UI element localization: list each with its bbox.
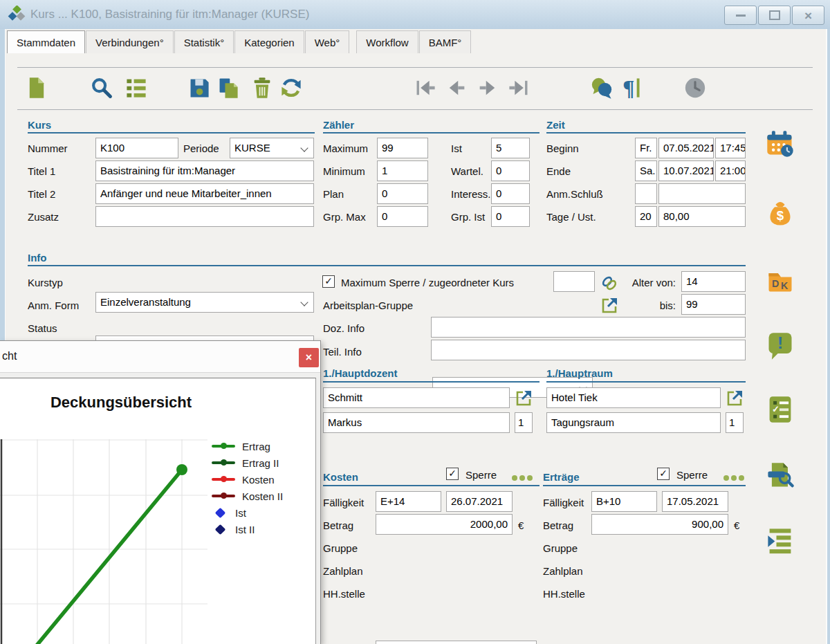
window-title: Kurs ... K100, Basistraining für itm:Man… — [30, 8, 309, 21]
periode-select[interactable]: KURSE — [230, 138, 314, 158]
chat-icon[interactable] — [590, 76, 614, 100]
titel1-input[interactable]: Basistraining für itm:Manager — [95, 160, 314, 181]
list-icon[interactable] — [124, 76, 148, 100]
open-external-icon[interactable] — [515, 389, 533, 407]
minimize-button[interactable] — [724, 6, 757, 25]
raum-typ-input[interactable]: Tagungsraum — [546, 412, 721, 433]
open-external-icon[interactable] — [600, 296, 618, 314]
maximize-button[interactable] — [758, 6, 791, 25]
alter-von-input[interactable]: 14 — [681, 271, 746, 292]
teil-info-input[interactable] — [431, 340, 746, 360]
section-zeit-rule — [546, 132, 746, 134]
open-external-icon[interactable] — [726, 389, 744, 407]
anm-schluss-day-input[interactable] — [635, 183, 657, 204]
plan-input[interactable]: 0 — [377, 183, 428, 204]
ust-input[interactable]: 80,00 — [658, 206, 746, 227]
nav-prev-icon[interactable] — [445, 76, 468, 100]
dozent-name-input[interactable]: Schmitt — [323, 387, 510, 408]
ende-day-input[interactable]: Sa. — [635, 160, 657, 181]
alter-bis-input[interactable]: 99 — [681, 294, 746, 315]
calendar-clock-icon[interactable] — [765, 129, 795, 159]
legend-item: Ist — [212, 504, 283, 521]
tab-workflow[interactable]: Workflow — [356, 30, 418, 53]
anm-schluss-date-input[interactable] — [658, 183, 746, 204]
tab-bamf[interactable]: BAMF° — [419, 30, 472, 53]
kosten-faelligkeit-code-input[interactable]: E+14 — [376, 491, 441, 512]
tab-statistik[interactable]: Statistik° — [174, 30, 234, 53]
zusatz-input[interactable] — [95, 206, 314, 227]
link-icon[interactable] — [600, 274, 618, 292]
delete-icon[interactable] — [250, 76, 274, 100]
ende-date-input[interactable]: 10.07.2021 — [658, 160, 714, 181]
popup-titlebar[interactable]: cht × — [0, 341, 320, 373]
tab-kategorien[interactable]: Kategorien — [234, 30, 304, 53]
kosten-faelligkeit-date-input[interactable]: 26.07.2021 — [446, 491, 513, 512]
raum-name-input[interactable]: Hotel Tiek — [546, 387, 721, 408]
kosten-gruppe-select[interactable]: Allgemein — [376, 641, 537, 644]
popup-close-button[interactable]: × — [299, 348, 319, 367]
doz-info-input[interactable] — [431, 317, 746, 338]
nav-first-icon[interactable] — [414, 76, 437, 100]
tab-stammdaten[interactable]: Stammdaten — [7, 30, 85, 53]
save-icon[interactable] — [187, 76, 211, 100]
ertraege-sperre-checkbox[interactable] — [657, 468, 670, 480]
kosten-sperre-checkbox[interactable] — [446, 468, 459, 480]
dozent-anzahl-input[interactable]: 1 — [515, 412, 533, 433]
kurstyp-label: Kurstyp — [28, 277, 63, 288]
ertraege-faelligkeit-date-input[interactable]: 17.05.2021 — [662, 491, 728, 512]
copy-icon[interactable] — [216, 76, 240, 100]
options-dots-icon[interactable] — [723, 471, 746, 484]
indent-list-icon[interactable] — [765, 526, 795, 556]
clock-icon[interactable] — [683, 76, 707, 100]
section-ertraege-rule — [543, 485, 746, 486]
document-search-icon[interactable] — [765, 461, 795, 491]
ertraege-faelligkeit-code-input[interactable]: B+10 — [591, 491, 657, 512]
nav-next-icon[interactable] — [476, 76, 499, 100]
grp-max-input[interactable]: 0 — [377, 206, 428, 227]
zugeordneter-kurs-input[interactable] — [553, 271, 595, 292]
tage-input[interactable]: 20 — [635, 206, 657, 227]
search-icon[interactable] — [90, 76, 113, 100]
titel2-input[interactable]: Anfänger und neue Mitarbeiter_innen — [95, 183, 314, 204]
beginn-day-input[interactable]: Fr. — [635, 138, 657, 158]
grp-ist-input[interactable]: 0 — [491, 206, 530, 227]
maximum-input[interactable]: 99 — [377, 138, 428, 158]
kurstyp-select[interactable]: Einzelveranstaltung — [95, 292, 314, 313]
ist-input[interactable]: 5 — [491, 138, 530, 158]
minimum-input[interactable]: 1 — [377, 160, 428, 181]
toolbar-divider-bottom — [17, 109, 813, 110]
wartel-input[interactable]: 0 — [491, 160, 530, 181]
money-bag-icon[interactable]: $ — [765, 198, 795, 228]
legend-diamond-marker — [215, 507, 226, 518]
dk-folder-icon[interactable]: D K — [765, 266, 795, 296]
beginn-date-input[interactable]: 07.05.2021 — [658, 138, 714, 158]
alert-bubble-icon[interactable]: ! — [765, 331, 795, 361]
beginn-time-input[interactable]: 17:45 — [715, 138, 746, 158]
nummer-input[interactable]: K100 — [95, 138, 178, 158]
interess-input[interactable]: 0 — [491, 183, 530, 204]
tab-web[interactable]: Web° — [305, 30, 350, 53]
chart-popup-window: cht × Deckungsübersicht ErtragErtrag IIK… — [0, 340, 321, 644]
ertraege-betrag-input[interactable]: 900,00 — [591, 514, 728, 535]
dozent-vorname-input[interactable]: Markus — [323, 412, 510, 433]
kosten-betrag-input[interactable]: 2000,00 — [376, 514, 513, 535]
nav-last-icon[interactable] — [507, 76, 531, 100]
max-sperre-checkbox[interactable] — [322, 275, 335, 288]
max-sperre-label: Maximum Sperre / zugeordneter Kurs — [341, 277, 514, 288]
raum-anzahl-input[interactable]: 1 — [726, 412, 744, 433]
close-button[interactable]: × — [792, 6, 824, 25]
ende-time-input[interactable]: 21:00 — [715, 160, 746, 181]
anm-schluss-label: Anm.Schluß — [546, 188, 603, 200]
refresh-icon[interactable] — [279, 76, 303, 100]
legend-diamond-marker — [215, 524, 226, 535]
tab-verbindungen[interactable]: Verbindungen° — [86, 30, 174, 53]
svg-text:D: D — [772, 278, 779, 289]
alter-von-label: Alter von: — [624, 277, 676, 288]
status-label: Status — [28, 322, 57, 334]
legend-item: Ertrag — [212, 438, 283, 454]
checklist-icon[interactable]: ✓ — [765, 394, 795, 425]
options-dots-icon[interactable] — [512, 471, 535, 484]
pilcrow-icon[interactable]: ¶ — [621, 76, 645, 100]
new-document-icon[interactable] — [25, 76, 48, 100]
ertraege-zahlplan-label: Zahlplan — [543, 565, 583, 577]
